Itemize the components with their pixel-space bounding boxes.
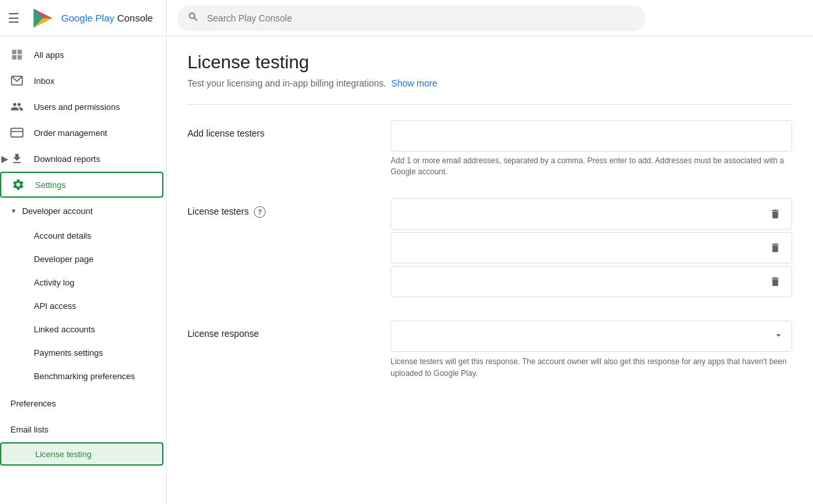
sidebar-item-api-access-label: API access	[34, 301, 76, 311]
credit-card-icon	[10, 126, 23, 139]
sidebar-developer-account-header[interactable]: ▼ Developer account	[0, 198, 166, 224]
add-testers-content-col: Add 1 or more email addresses, separated…	[391, 120, 792, 178]
sidebar-item-activity-log[interactable]: Activity log	[0, 271, 161, 294]
delete-tester-3-button[interactable]	[767, 273, 784, 290]
add-license-testers-input[interactable]	[391, 120, 792, 152]
main-content: License testing Test your licensing and …	[167, 0, 813, 504]
download-icon	[10, 152, 23, 165]
page-description-text: Test your licensing and in-app billing i…	[187, 78, 386, 88]
show-more-link[interactable]: Show more	[391, 78, 437, 88]
delete-tester-1-button[interactable]	[767, 206, 784, 222]
sidebar-item-preferences[interactable]: Preferences	[0, 390, 161, 416]
sidebar-item-users-permissions[interactable]: Users and permissions	[0, 94, 161, 120]
help-icon[interactable]: ?	[254, 206, 266, 218]
license-response-content-col: License testers will get this response. …	[391, 321, 792, 379]
search-input[interactable]	[207, 13, 635, 23]
sidebar-item-email-lists[interactable]: Email lists	[0, 416, 161, 442]
sidebar-item-payments-settings-label: Payments settings	[34, 348, 103, 358]
page-title: License testing	[187, 52, 792, 73]
license-response-label-col: License response	[187, 321, 370, 339]
app-title: Google Play Console	[61, 12, 153, 23]
sidebar-item-order-management-label: Order management	[34, 128, 107, 138]
sidebar-item-linked-accounts-label: Linked accounts	[34, 325, 95, 334]
license-response-label: License response	[187, 328, 259, 339]
license-testers-content-col	[391, 198, 792, 300]
license-testers-label-col: License testers ?	[187, 198, 370, 218]
content-divider	[187, 104, 792, 105]
gear-icon	[12, 178, 25, 191]
sidebar-developer-account-label: Developer account	[22, 206, 92, 216]
sidebar-item-account-details[interactable]: Account details	[0, 224, 161, 247]
license-response-section: License response License testers will ge…	[187, 321, 792, 379]
search-icon	[187, 11, 199, 25]
content-area: License testing Test your licensing and …	[167, 36, 813, 504]
sidebar: ☰ Google Play Console All apps Inb	[0, 0, 167, 504]
sidebar-item-license-testing[interactable]: License testing	[0, 442, 163, 466]
sidebar-item-developer-page-label: Developer page	[34, 254, 94, 264]
inbox-icon	[10, 74, 23, 87]
app-logo	[31, 7, 55, 30]
license-response-select[interactable]	[391, 321, 792, 352]
sidebar-item-inbox[interactable]: Inbox	[0, 68, 161, 94]
sidebar-item-api-access[interactable]: API access	[0, 294, 161, 317]
add-license-testers-section: Add license testers Add 1 or more email …	[187, 120, 792, 178]
license-response-select-wrapper	[391, 321, 792, 352]
sidebar-item-all-apps-label: All apps	[34, 50, 64, 60]
tester-row-1	[391, 198, 792, 230]
add-testers-hint: Add 1 or more email addresses, separated…	[391, 155, 792, 178]
sidebar-item-all-apps[interactable]: All apps	[0, 42, 161, 68]
delete-tester-2-button[interactable]	[767, 239, 784, 256]
sidebar-item-payments-settings[interactable]: Payments settings	[0, 341, 161, 364]
sidebar-item-settings-label: Settings	[35, 180, 66, 190]
hamburger-menu[interactable]: ☰	[8, 10, 20, 26]
sidebar-item-order-management[interactable]: Order management	[0, 120, 161, 146]
sidebar-header: ☰ Google Play Console	[0, 0, 166, 36]
search-bar-container[interactable]	[177, 5, 646, 31]
app-title-text: Google Play Console	[61, 12, 153, 23]
add-testers-label: Add license testers	[187, 128, 264, 139]
grid-icon	[10, 48, 23, 61]
license-response-hint: License testers will get this response. …	[391, 356, 792, 379]
sidebar-item-users-permissions-label: Users and permissions	[34, 102, 120, 112]
sidebar-item-linked-accounts[interactable]: Linked accounts	[0, 317, 161, 341]
person-icon	[10, 100, 23, 113]
top-bar	[167, 0, 813, 36]
sidebar-item-account-details-label: Account details	[34, 231, 91, 241]
sidebar-item-settings[interactable]: Settings	[0, 172, 163, 198]
add-testers-label-col: Add license testers	[187, 120, 370, 139]
sidebar-item-download-reports[interactable]: ▶ Download reports	[0, 146, 161, 172]
sidebar-item-email-lists-label: Email lists	[10, 425, 49, 434]
sidebar-item-benchmarking-preferences-label: Benchmarking preferences	[34, 371, 135, 381]
sidebar-item-license-testing-label: License testing	[35, 449, 92, 459]
page-description: Test your licensing and in-app billing i…	[187, 78, 792, 88]
sidebar-item-inbox-label: Inbox	[34, 76, 55, 86]
license-testers-section: License testers ?	[187, 198, 792, 300]
arrow-down-icon: ▼	[10, 207, 17, 215]
sidebar-nav: All apps Inbox Users and permissions Ord…	[0, 36, 166, 504]
svg-rect-5	[11, 128, 23, 137]
expand-arrow-icon: ▶	[1, 153, 8, 164]
sidebar-item-preferences-label: Preferences	[10, 399, 56, 408]
tester-row-3	[391, 266, 792, 297]
sidebar-item-activity-log-label: Activity log	[34, 278, 74, 287]
sidebar-item-developer-page[interactable]: Developer page	[0, 247, 161, 271]
sidebar-item-download-reports-label: Download reports	[34, 154, 100, 164]
tester-row-2	[391, 232, 792, 263]
license-testers-label: License testers	[187, 206, 249, 217]
sidebar-item-benchmarking-preferences[interactable]: Benchmarking preferences	[0, 364, 161, 388]
